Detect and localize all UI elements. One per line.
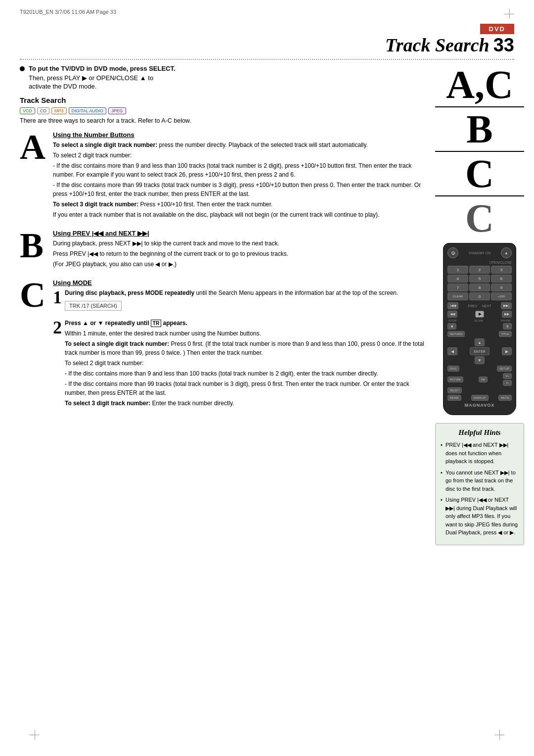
transport-row: ◀◀ ▶ ▶▶ — [447, 311, 512, 318]
mute-button[interactable]: MUTE — [498, 395, 512, 401]
step-1-block: 1 During disc playback, press MODE repea… — [53, 288, 425, 313]
hint-item-1: PREV |◀◀ and NEXT ▶▶| does not function … — [441, 441, 519, 466]
right-content: A,C B C C ⏻ STANDBY·ON ▲ OPEN/CLOSE — [435, 65, 534, 545]
pause-label: PAUSE — [501, 319, 511, 322]
standby-label: STANDBY·ON — [469, 251, 491, 255]
section-c-title: Using MODE — [53, 279, 425, 286]
track-search-heading-block: Track Search VCD CD MP3 DIGITAL AUDIO JP… — [20, 96, 425, 124]
step-1-number: 1 — [53, 288, 62, 306]
section-a-para1-bold: To select a single digit track number: — [53, 142, 157, 148]
nav-block: ▲ ◀ ENTER ▶ ▼ — [447, 338, 512, 364]
step-1-bold: During disc playback, press MODE repeate… — [65, 289, 194, 296]
page-title: Track Search — [385, 34, 490, 56]
return-title-row: RETURN TITLE — [447, 331, 512, 337]
step-2-row: 2 Press ▲ or ▼ repeatedly until TR appea… — [53, 319, 425, 409]
vol-up-button[interactable]: V+ — [503, 373, 512, 379]
num-9-button[interactable]: 9 — [491, 284, 512, 291]
num-7-button[interactable]: 7 — [447, 284, 468, 291]
stop-label: STOP — [448, 319, 456, 322]
left-button[interactable]: ◀ — [447, 347, 457, 355]
rewind-button[interactable]: ◀◀ — [447, 311, 457, 318]
select-button[interactable]: SELECT — [447, 387, 462, 393]
prev-next-row: |◀◀ PREV NEXT ▶▶| — [447, 302, 512, 309]
num-0-button[interactable]: 0 — [469, 292, 490, 300]
step-1-text: During disc playback, press MODE repeate… — [65, 288, 398, 297]
ok-button[interactable]: OK — [479, 377, 488, 382]
picture-button[interactable]: PICTURE — [447, 377, 463, 382]
disc-button[interactable]: DISC — [447, 366, 459, 372]
remote-numpad: 1 2 3 4 5 6 7 8 9 CLEAR 0 +100 — [447, 266, 512, 300]
mode-button[interactable]: MODE — [447, 395, 461, 401]
remote-top-row: ⏻ STANDBY·ON ▲ — [447, 247, 512, 258]
stop-button[interactable]: ■ — [447, 323, 456, 330]
dvd-label: DVD — [480, 24, 514, 34]
prev-button[interactable]: |◀◀ — [447, 302, 458, 309]
display-button[interactable]: DISPLAY — [471, 395, 489, 401]
right-button[interactable]: ▶ — [502, 347, 512, 355]
section-b-content: Using PREV |◀◀ and NEXT ▶▶| During playb… — [53, 228, 425, 270]
bullet-dot — [20, 66, 25, 71]
pic-ok-vol-row: PICTURE OK V+ V- — [447, 373, 512, 386]
section-a-para3-text: Press +100/+10 first. Then enter the tra… — [138, 201, 272, 208]
standby-button[interactable]: ⏻ — [447, 247, 458, 258]
num-8-button[interactable]: 8 — [469, 284, 490, 291]
section-a-para4: If you enter a track number that is not … — [53, 210, 425, 219]
num-1-button[interactable]: 1 — [447, 266, 468, 274]
num-4-button[interactable]: 4 — [447, 275, 468, 283]
intro-section: To put the TV/DVD in DVD mode, press SEL… — [20, 65, 425, 90]
side-label-c1: C — [435, 154, 524, 193]
forward-button[interactable]: ▶▶ — [502, 311, 512, 318]
down-button[interactable]: ▼ — [475, 356, 485, 364]
tr-box: TR — [151, 320, 161, 327]
setup-button[interactable]: SETUP — [497, 366, 512, 372]
hint-item-3: Using PREV |◀◀ or NEXT ▶▶| during Dual P… — [441, 496, 519, 537]
vol-down-button[interactable]: V- — [503, 380, 512, 386]
prev-next-label: PREV NEXT — [468, 304, 491, 308]
bullet-line-1: To put the TV/DVD in DVD mode, press SEL… — [20, 65, 425, 72]
format-mp3: MP3 — [51, 107, 67, 114]
helpful-hints-box: Helpful Hints PREV |◀◀ and NEXT ▶▶| does… — [435, 423, 524, 545]
indent-text-2: activate the DVD mode. — [29, 83, 96, 90]
select-3digit-bold: To select 3 digit track number: — [65, 400, 150, 407]
section-a-para1-text: press the number directly. Playback of t… — [157, 142, 368, 148]
format-digital: DIGITAL AUDIO — [69, 107, 107, 114]
section-b-para3: (For JPEG playback, you also can use ◀ o… — [53, 260, 425, 269]
next-button[interactable]: ▶▶| — [501, 302, 512, 309]
section-b-para1: During playback, press NEXT ▶▶| to skip … — [53, 239, 425, 248]
header-meta: T9201UB_EN 3/7/06 11:06 AM Page 33 — [20, 9, 116, 15]
up-button[interactable]: ▲ — [475, 338, 485, 346]
letter-a: A — [20, 129, 47, 165]
format-vcd: VCD — [20, 107, 35, 114]
num-2-button[interactable]: 2 — [469, 266, 490, 274]
stop-slow-pause-row: ■ ⏸ — [447, 323, 512, 330]
step-2-bold2: appears. — [163, 320, 187, 327]
select-2digit-b1: - If the disc contains more than 9 and l… — [65, 369, 425, 378]
nav-down-row: ▼ — [447, 356, 512, 364]
enter-button[interactable]: ENTER — [470, 347, 490, 355]
step-2-text: Press ▲ or ▼ repeatedly until TR appears… — [65, 319, 425, 328]
page-container: T9201UB_EN 3/7/06 11:06 AM Page 33 DVD T… — [0, 0, 534, 756]
step-2-block: 2 Press ▲ or ▼ repeatedly until TR appea… — [53, 319, 425, 409]
open-close-button[interactable]: ▲ — [501, 247, 512, 258]
return-button[interactable]: RETURN — [447, 331, 465, 337]
bottom-left-crosshair — [30, 730, 40, 741]
step-1-normal: until the Search Menu appears in the inf… — [196, 289, 398, 296]
section-a-title: Using the Number Buttons — [53, 131, 425, 139]
section-a-para2-head: To select 2 digit track number: — [53, 151, 425, 160]
step-2-normal: Within 1 minute, enter the desired track… — [65, 329, 425, 338]
open-close-label: OPEN/CLOSE — [447, 261, 512, 264]
title-button[interactable]: TITLE — [499, 331, 512, 337]
num-5-button[interactable]: 5 — [469, 275, 490, 283]
num-6-button[interactable]: 6 — [491, 275, 512, 283]
num-3-button[interactable]: 3 — [491, 266, 512, 274]
disc-setup-row: DISC SETUP — [447, 366, 512, 372]
clear-button[interactable]: CLEAR — [447, 292, 468, 300]
plus100-button[interactable]: +100 — [491, 292, 512, 300]
left-content: To put the TV/DVD in DVD mode, press SEL… — [20, 65, 435, 545]
section-a-para3-bold: To select 3 digit track number: — [53, 201, 138, 208]
section-c-content: Using MODE 1 During disc playback, press… — [53, 277, 425, 415]
format-jpeg: JPEG — [108, 107, 126, 114]
section-b: B Using PREV |◀◀ and NEXT ▶▶| During pla… — [20, 228, 425, 270]
pause-button[interactable]: ⏸ — [503, 323, 512, 330]
play-button[interactable]: ▶ — [475, 311, 484, 318]
